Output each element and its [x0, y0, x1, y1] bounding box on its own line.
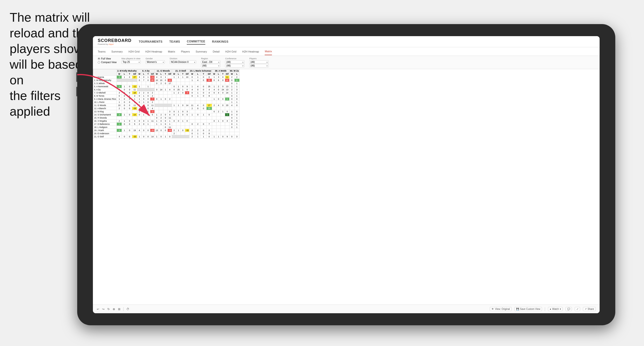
- wlt-dif-1: Dif: [132, 73, 137, 76]
- subnav-detail[interactable]: Detail: [213, 48, 220, 55]
- tablet-side-button-2: [76, 87, 77, 96]
- nav-committee[interactable]: COMMITTEE: [187, 39, 205, 45]
- tablet-screen: SCOREBOARD Powered by clippd TOURNAMENTS…: [93, 36, 600, 313]
- table-row: 17. D Ballesteros 1005 201 1101 0207 01: [93, 123, 240, 126]
- table-row: 3. S Jelinek 02017 01: [93, 82, 240, 85]
- gender-select[interactable]: Women's Men's: [146, 60, 165, 64]
- save-custom-label: Save Custom View: [520, 308, 540, 310]
- wlt-w-6: W: [212, 73, 216, 76]
- view-original-button[interactable]: 👁 View: Original: [490, 307, 512, 311]
- table-row: 2. M Kelly Mulcahy 07040 1010050 14035 0…: [93, 79, 240, 82]
- compact-view-option[interactable]: Compact View: [98, 61, 116, 64]
- table-row: 13. N Klug 101-2 3 0103 0210 10: [93, 110, 240, 113]
- share-label: Share: [588, 308, 594, 310]
- matrix-table-wrapper[interactable]: 2. M Kelly Mulcahy 6. A Dy 11. G Woods 2…: [93, 69, 600, 305]
- nav-tournaments[interactable]: TOURNAMENTS: [139, 39, 163, 44]
- layout-icon[interactable]: ⊞: [118, 308, 120, 311]
- zoom-icon[interactable]: ⊕: [113, 308, 115, 311]
- nav-rankings[interactable]: RANKINGS: [212, 39, 228, 44]
- subnav-players[interactable]: Players: [181, 48, 190, 55]
- region-select[interactable]: East - DII: [201, 60, 220, 64]
- table-row: 16. X Mcgaha 2103 00111 1001 0010 0103 0…: [93, 120, 240, 123]
- wlt-dif-2: Dif: [150, 73, 155, 76]
- full-view-option[interactable]: Full View: [98, 57, 116, 60]
- subnav-h2h-heatmap[interactable]: H2H Heatmap: [145, 48, 162, 55]
- subnav-teams[interactable]: Teams: [98, 48, 106, 55]
- player-name: 1. J Garcia: [93, 76, 117, 79]
- wlt-w-7: W: [230, 73, 234, 76]
- table-row: 9. A Maria Jimenez Rios 1001 100-7 0102 …: [93, 98, 240, 101]
- region-sub-select[interactable]: (All): [201, 64, 220, 67]
- wlt-t-6: T: [221, 73, 225, 76]
- max-players-select-wrapper: Top 25 Top 50: [121, 60, 141, 64]
- redo-icon[interactable]: ↪: [102, 308, 104, 311]
- share-icon: ↗: [585, 308, 586, 310]
- expand-button[interactable]: ⤢: [575, 307, 580, 311]
- tablet-device: SCOREBOARD Powered by clippd TOURNAMENTS…: [77, 24, 615, 325]
- wlt-dif-4: Dif: [185, 73, 190, 76]
- time-icon[interactable]: ⏱: [126, 308, 129, 311]
- watch-chevron: ▾: [560, 308, 561, 310]
- conference-sub-select[interactable]: (All): [225, 64, 244, 67]
- subnav-matrix2[interactable]: Matrix: [265, 48, 272, 55]
- subnav-summary2[interactable]: Summary: [196, 48, 207, 55]
- conference-label: Conference: [225, 57, 244, 60]
- save-icon: 💾: [516, 308, 519, 310]
- wlt-dif-3: Dif: [168, 73, 172, 76]
- wlt-t-3: T: [163, 73, 168, 76]
- subnav-summary[interactable]: Summary: [111, 48, 122, 55]
- conference-filter: Conference (All) (All): [225, 57, 244, 67]
- players-sub-select[interactable]: (All): [249, 64, 268, 67]
- wlt-t-2: T: [146, 73, 150, 76]
- watch-label: Watch: [552, 308, 559, 310]
- full-view-radio[interactable]: [98, 58, 100, 60]
- players-select[interactable]: (All): [249, 60, 268, 64]
- subnav-matrix[interactable]: Matrix: [168, 48, 175, 55]
- wlt-l-5: L: [195, 73, 200, 76]
- wlt-dif-5: Dif: [206, 73, 212, 76]
- region-select-wrapper: East - DII: [201, 60, 220, 64]
- wlt-w-1: W: [117, 73, 122, 76]
- col-header-stoll: 21. O Stoll: [172, 69, 190, 73]
- division-select-wrapper: NCAA Division II NCAA Division I: [170, 60, 196, 64]
- subnav-h2h-heatmap2[interactable]: H2H Heatmap: [242, 48, 259, 55]
- max-players-select[interactable]: Top 25 Top 50: [121, 60, 141, 64]
- col-header-woods: 11. G Woods: [155, 69, 172, 73]
- table-row: 15. H Stranda 02011 01: [93, 116, 240, 120]
- watch-button[interactable]: ● Watch ▾: [548, 307, 563, 311]
- max-players-label: Max players in view: [121, 57, 141, 60]
- main-content: 2. M Kelly Mulcahy 6. A Dy 11. G Woods 2…: [93, 69, 600, 313]
- conference-select-wrapper: (All): [225, 60, 244, 64]
- player-name: 11. G Woods: [93, 104, 117, 107]
- table-row: 19. J Kanh 31019 400-20 1300-35 210-15 2…: [93, 129, 240, 132]
- compact-view-radio[interactable]: [98, 61, 100, 64]
- subnav-h2h-grid2[interactable]: H2H Grid: [225, 48, 236, 55]
- player-name: 15. H Stranda: [93, 116, 117, 120]
- table-row: 21. O Stoll 400-33 10014 1010 2110 1109 …: [93, 135, 240, 138]
- division-select[interactable]: NCAA Division II NCAA Division I: [170, 60, 196, 64]
- refresh-icon[interactable]: ↻: [107, 308, 110, 311]
- separator-1: [123, 307, 124, 311]
- watch-icon: ●: [550, 308, 551, 310]
- col-header-webb: 38. A Webb: [212, 69, 230, 73]
- wlt-w-2: W: [137, 73, 142, 76]
- gender-filter: Gender Women's Men's: [146, 57, 165, 64]
- comment-button[interactable]: 💬: [566, 307, 572, 311]
- separator-2: [545, 307, 545, 311]
- wlt-w-5: W: [190, 73, 195, 76]
- table-row: 8. M Torres 0013 0102 0108 01: [93, 94, 240, 98]
- wlt-l-2: L: [142, 73, 146, 76]
- nav-teams[interactable]: TEAMS: [170, 39, 180, 44]
- logo-scoreboard: SCOREBOARD: [98, 38, 132, 43]
- table-row: 12. A Bianchi 200-58 1104 20025: [93, 107, 240, 110]
- compact-view-label: Compact View: [101, 61, 116, 64]
- players-filter: Players (All) (All): [249, 57, 268, 67]
- save-custom-button[interactable]: 💾 Save Custom View: [514, 307, 542, 311]
- wlt-dif-6: Dif: [225, 73, 230, 76]
- conference-select[interactable]: (All): [225, 60, 244, 64]
- player-col-header: [93, 69, 117, 76]
- col-header-schumac: 23. L Marie Schumac: [190, 69, 212, 73]
- subnav-h2h-grid[interactable]: H2H Grid: [128, 48, 140, 55]
- undo-icon[interactable]: ↩: [97, 308, 99, 311]
- share-button[interactable]: ↗ Share: [583, 307, 596, 311]
